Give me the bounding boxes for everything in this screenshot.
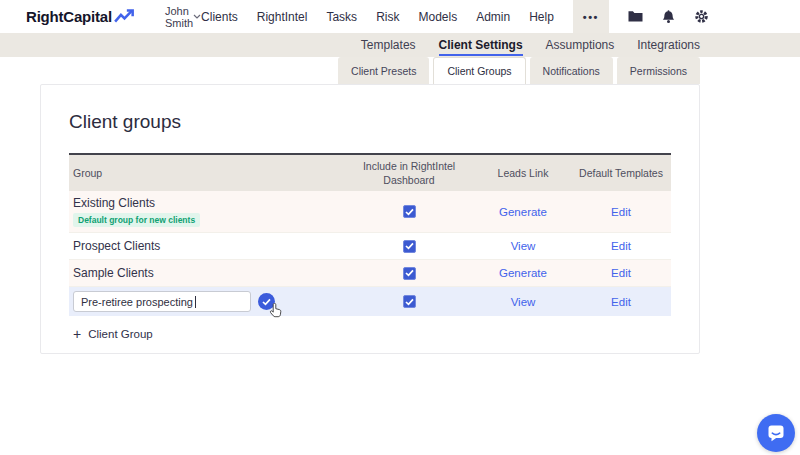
gear-icon[interactable] — [694, 9, 709, 24]
default-group-badge: Default group for new clients — [73, 213, 200, 227]
group-name: Sample Clients — [73, 266, 154, 280]
page-title: Client groups — [69, 111, 671, 133]
user-name: John Smith — [165, 5, 193, 29]
dashboard-cell — [343, 205, 475, 218]
table-row: Existing Clients Default group for new c… — [69, 191, 671, 233]
dashboard-checkbox[interactable] — [403, 205, 416, 218]
top-bar: RightCapital John Smith Clients RightInt… — [0, 0, 800, 33]
edit-link[interactable]: Edit — [611, 206, 631, 218]
mouse-cursor-icon — [269, 303, 282, 321]
table-row-editing: Pre-retiree prospecting — [69, 287, 671, 316]
table-row: Prospect Clients View Edit — [69, 233, 671, 260]
nav-tasks[interactable]: Tasks — [326, 10, 357, 24]
client-groups-card: Client groups Group Include in RightInte… — [40, 84, 700, 354]
generate-link[interactable]: Generate — [499, 206, 547, 218]
subnav-client-settings[interactable]: Client Settings — [439, 38, 523, 56]
group-name-input-value: Pre-retiree prospecting — [81, 296, 193, 308]
chat-bubble-icon — [766, 423, 786, 443]
templates-cell: Edit — [571, 295, 671, 309]
templates-cell: Edit — [571, 205, 671, 219]
group-cell: Existing Clients Default group for new c… — [69, 191, 343, 232]
col-header-dashboard: Include in RightIntel Dashboard — [343, 159, 475, 187]
dashboard-cell — [343, 267, 475, 280]
col-header-group: Group — [69, 167, 343, 179]
add-client-group-label: Client Group — [88, 328, 153, 340]
user-dropdown[interactable]: John Smith — [165, 5, 201, 29]
top-nav: Clients RightIntel Tasks Risk Models Adm… — [201, 0, 709, 33]
edit-link[interactable]: Edit — [611, 267, 631, 279]
table-header-row: Group Include in RightIntel Dashboard Le… — [69, 155, 671, 191]
templates-cell: Edit — [571, 239, 671, 253]
dashboard-checkbox[interactable] — [403, 295, 416, 308]
leads-cell: Generate — [475, 266, 571, 280]
dashboard-checkbox[interactable] — [403, 240, 416, 253]
tab-permissions[interactable]: Permissions — [617, 57, 700, 84]
edit-link[interactable]: Edit — [611, 296, 631, 308]
table-row: Sample Clients Generate Edit — [69, 260, 671, 287]
subnav-templates[interactable]: Templates — [361, 38, 416, 52]
group-cell: Prospect Clients — [69, 234, 343, 258]
group-cell: Sample Clients — [69, 261, 343, 285]
leads-cell: Generate — [475, 205, 571, 219]
nav-rightintel[interactable]: RightIntel — [257, 10, 308, 24]
view-link[interactable]: View — [511, 240, 536, 252]
settings-nav: Templates Client Settings Assumptions In… — [0, 33, 800, 57]
settings-tabs: Client Presets Client Groups Notificatio… — [0, 57, 800, 84]
generate-link[interactable]: Generate — [499, 267, 547, 279]
nav-admin[interactable]: Admin — [476, 10, 510, 24]
group-name: Prospect Clients — [73, 239, 160, 253]
page: RightCapital John Smith Clients RightInt… — [0, 0, 800, 455]
chevron-down-icon — [193, 14, 201, 19]
subnav-assumptions[interactable]: Assumptions — [546, 38, 615, 52]
client-groups-table: Group Include in RightIntel Dashboard Le… — [69, 153, 671, 316]
view-link[interactable]: View — [511, 296, 536, 308]
col-header-leads: Leads Link — [475, 167, 571, 179]
group-name: Existing Clients — [73, 196, 155, 210]
leads-cell: View — [475, 239, 571, 253]
plus-icon: + — [73, 327, 81, 341]
leads-cell: View — [475, 295, 571, 309]
brand-name: RightCapital — [26, 8, 112, 25]
col-header-templates: Default Templates — [571, 167, 671, 179]
brand-logo[interactable]: RightCapital — [26, 8, 135, 25]
nav-help[interactable]: Help — [529, 10, 554, 24]
nav-risk[interactable]: Risk — [376, 10, 399, 24]
dashboard-cell — [343, 240, 475, 253]
tab-notifications[interactable]: Notifications — [530, 57, 613, 84]
group-edit-cell: Pre-retiree prospecting — [69, 291, 343, 312]
nav-clients[interactable]: Clients — [201, 10, 238, 24]
tab-client-presets[interactable]: Client Presets — [338, 57, 429, 84]
dashboard-checkbox[interactable] — [403, 267, 416, 280]
folder-icon[interactable] — [628, 10, 643, 23]
confirm-group-button[interactable] — [258, 293, 275, 310]
subnav-integrations[interactable]: Integrations — [637, 38, 700, 52]
add-client-group-button[interactable]: + Client Group — [69, 327, 671, 341]
group-name-input[interactable]: Pre-retiree prospecting — [73, 291, 251, 312]
trending-arrow-icon — [114, 9, 135, 24]
text-caret — [195, 296, 196, 308]
chat-launcher-button[interactable] — [757, 414, 795, 452]
templates-cell: Edit — [571, 266, 671, 280]
edit-link[interactable]: Edit — [611, 240, 631, 252]
more-menu-button[interactable]: ••• — [573, 0, 609, 33]
bell-icon[interactable] — [662, 10, 675, 24]
dashboard-cell — [343, 295, 475, 308]
nav-models[interactable]: Models — [418, 10, 457, 24]
tab-client-groups[interactable]: Client Groups — [433, 57, 525, 84]
